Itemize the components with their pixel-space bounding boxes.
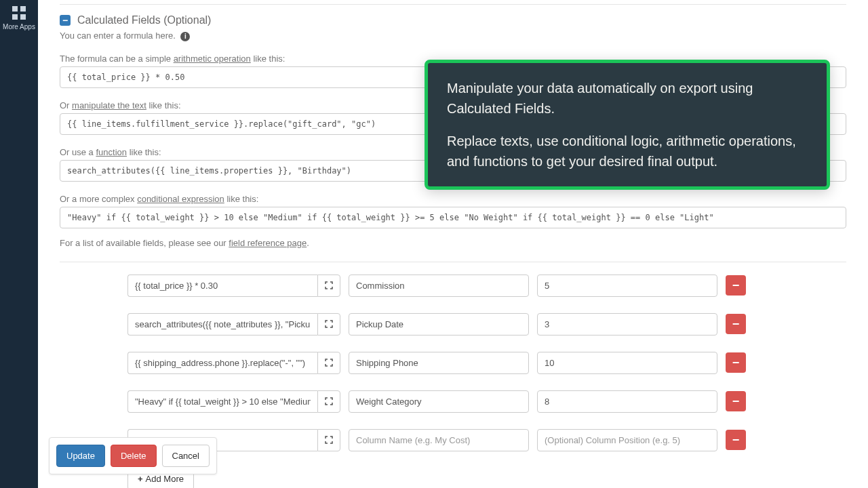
collapse-toggle-icon[interactable]: − [60,15,71,26]
sidebar: More Apps [0,0,38,488]
calculated-field-row: − [127,429,778,451]
column-position-input[interactable] [537,352,717,374]
expand-icon[interactable] [317,390,340,413]
remove-row-button[interactable]: − [726,314,746,334]
svg-rect-1 [20,6,26,12]
plus-icon: + [138,474,143,484]
apps-grid-icon [10,4,28,22]
update-button[interactable]: Update [56,445,105,467]
add-more-label: Add More [146,474,184,484]
svg-rect-3 [20,14,26,20]
column-position-input[interactable] [537,274,717,297]
formula-input[interactable] [127,352,317,374]
remove-row-button[interactable]: − [726,275,746,296]
cancel-button[interactable]: Cancel [162,445,210,467]
column-position-input[interactable] [537,313,717,336]
link-arithmetic[interactable]: arithmetic operation [174,54,251,64]
formula-input[interactable] [127,274,317,297]
svg-rect-0 [12,6,18,12]
sidebar-item-more-apps[interactable]: More Apps [0,0,38,36]
expand-icon[interactable] [317,352,340,374]
svg-rect-2 [12,14,18,20]
column-name-input[interactable] [349,352,529,374]
tooltip-text-2: Replace texts, use conditional logic, ar… [447,131,808,171]
example-conditional: Or a more complex conditional expression… [60,194,846,228]
remove-row-button[interactable]: − [726,391,746,411]
link-manipulate-text[interactable]: manipulate the text [72,100,146,110]
section-title: Calculated Fields (Optional) [77,14,211,26]
link-function[interactable]: function [96,147,127,157]
tooltip-text-1: Manipulate your data automatically on ex… [447,78,808,119]
formula-group [127,390,340,413]
delete-button[interactable]: Delete [111,445,157,467]
expand-icon[interactable] [317,429,340,451]
calculated-field-row: − [127,274,778,297]
column-name-input[interactable] [349,429,529,451]
column-position-input[interactable] [537,429,717,451]
remove-row-button[interactable]: − [726,430,746,450]
action-bar: Update Delete Cancel [49,437,217,474]
column-position-input[interactable] [537,390,717,413]
expand-icon[interactable] [317,313,340,336]
info-icon[interactable]: i [180,32,190,41]
example-label: Or a more complex conditional expression… [60,194,846,204]
example-code-4[interactable] [60,207,846,228]
help-text: You can enter a formula here. [60,30,176,41]
calculated-field-row: − [127,313,778,336]
section-help: You can enter a formula here. i [60,30,846,41]
column-name-input[interactable] [349,313,529,336]
remove-row-button[interactable]: − [726,352,746,373]
section-header: − Calculated Fields (Optional) [60,5,846,30]
expand-icon[interactable] [317,274,340,297]
formula-group [127,274,340,297]
link-conditional[interactable]: conditional expression [137,194,224,204]
formula-group [127,352,340,374]
sidebar-item-label: More Apps [1,23,37,30]
column-name-input[interactable] [349,274,529,297]
link-field-reference[interactable]: field reference page [229,238,307,248]
formula-group [127,313,340,336]
column-name-input[interactable] [349,390,529,413]
formula-input[interactable] [127,390,317,413]
field-reference-note: For a list of available fields, please s… [60,238,846,248]
formula-input[interactable] [127,313,317,336]
calculated-field-row: − [127,352,778,374]
feature-tooltip: Manipulate your data automatically on ex… [425,60,830,190]
calculated-field-row: − [127,390,778,413]
